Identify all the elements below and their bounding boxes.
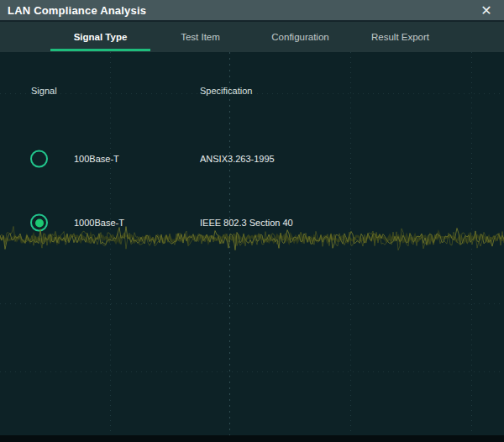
tab-label: Configuration — [271, 32, 328, 42]
radio-selected-icon[interactable] — [30, 214, 48, 232]
tab-result-export[interactable]: Result Export — [350, 22, 450, 52]
dialog-titlebar: LAN Compliance Analysis ✕ — [0, 0, 504, 22]
dialog-body: Signal Specification 100Base-T ANSIX3.26… — [0, 52, 504, 435]
tab-test-item[interactable]: Test Item — [150, 22, 250, 52]
graticule-hline — [0, 303, 504, 304]
graticule-vline — [110, 52, 111, 435]
bottom-bar — [0, 435, 504, 442]
signal-specification: ANSIX3.263-1995 — [200, 154, 275, 164]
tab-label: Test Item — [181, 32, 220, 42]
signal-row-100base-t[interactable]: 100Base-T ANSIX3.263-1995 — [0, 148, 504, 170]
graticule-vline — [350, 52, 351, 435]
signal-name: 100Base-T — [74, 154, 119, 164]
column-header-signal: Signal — [31, 86, 57, 96]
signal-name: 1000Base-T — [74, 218, 124, 228]
tab-configuration[interactable]: Configuration — [250, 22, 350, 52]
signal-specification: IEEE 802.3 Section 40 — [200, 218, 293, 228]
graticule-hline — [0, 371, 504, 372]
graticule-center-vline — [229, 52, 230, 435]
dialog-title: LAN Compliance Analysis — [0, 4, 146, 17]
tab-signal-type[interactable]: Signal Type — [50, 22, 150, 52]
tab-label: Result Export — [371, 32, 429, 42]
graticule-vline — [471, 52, 472, 435]
tab-label: Signal Type — [74, 32, 128, 42]
column-header-specification: Specification — [200, 86, 252, 96]
radio-unselected-icon[interactable] — [30, 150, 48, 168]
signal-row-1000base-t[interactable]: 1000Base-T IEEE 802.3 Section 40 — [0, 212, 504, 234]
lan-compliance-dialog: LAN Compliance Analysis ✕ Signal Type Te… — [0, 0, 504, 442]
tab-bar: Signal Type Test Item Configuration Resu… — [0, 22, 504, 52]
close-icon[interactable]: ✕ — [475, 0, 497, 20]
